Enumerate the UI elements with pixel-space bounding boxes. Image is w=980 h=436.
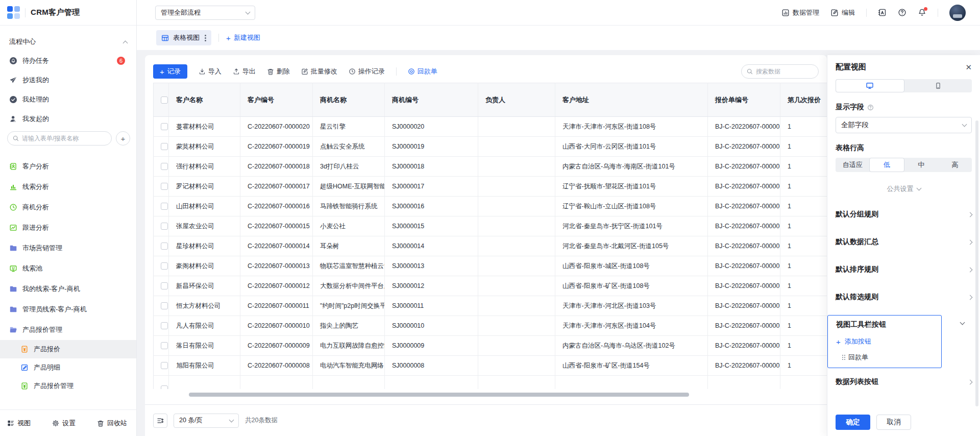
form-search-input[interactable]: 请输入表单/报表名称 xyxy=(7,131,112,146)
new-view-button[interactable]: + 新建视图 xyxy=(226,33,260,42)
sidebar-item-product-quote-mgmt[interactable]: 产品报价管理 xyxy=(0,377,136,395)
row-checkbox[interactable] xyxy=(161,223,168,230)
more-options-icon[interactable] xyxy=(205,35,206,41)
row-checkbox[interactable] xyxy=(161,322,168,329)
sidebar-item-started-by-me[interactable]: 我发起的 xyxy=(0,109,136,129)
panel-section-row[interactable]: 默认分组规则 xyxy=(836,201,972,228)
column-header[interactable]: 负责人 xyxy=(478,83,555,117)
page-size-select[interactable]: 20 条/页 xyxy=(174,414,239,428)
sidebar-item-lead-analysis[interactable]: 线索分析 xyxy=(0,177,136,197)
row-checkbox[interactable] xyxy=(161,262,168,270)
sidebar-item-marketing-management[interactable]: 市场营销管理 xyxy=(0,238,136,258)
row-checkbox[interactable] xyxy=(161,342,168,349)
table-row[interactable]: 旭阳有限公司 C-20220607-0000008 电动汽车智能充电网络 SJ0… xyxy=(154,356,827,376)
panel-section-row[interactable]: 默认筛选规则 xyxy=(836,283,972,311)
column-header[interactable]: 报价单编号 xyxy=(708,83,780,117)
delete-button[interactable]: 删除 xyxy=(267,67,290,76)
row-checkbox[interactable] xyxy=(161,282,168,289)
notifications-button[interactable] xyxy=(918,8,926,17)
confirm-button[interactable]: 确定 xyxy=(836,415,870,430)
column-header[interactable]: 第几次报价 xyxy=(780,83,827,117)
drag-handle-icon[interactable] xyxy=(842,355,843,356)
cancel-button[interactable]: 取消 xyxy=(876,415,911,430)
row-height-adjust-button[interactable] xyxy=(153,414,167,428)
row-checkbox[interactable] xyxy=(161,362,168,369)
batch-edit-button[interactable]: 批量修改 xyxy=(301,67,337,76)
payment-receipt-button[interactable]: 回款单 xyxy=(408,67,437,76)
footer-views-button[interactable]: 视图 xyxy=(7,419,31,428)
display-fields-select[interactable]: 全部字段 xyxy=(836,117,972,133)
sidebar-item-todo-tasks[interactable]: 待办任务 6 xyxy=(0,51,136,70)
sidebar-item-my-leads[interactable]: 我的线索-客户-商机 xyxy=(0,279,136,299)
horizontal-scrollbar-thumb[interactable] xyxy=(189,393,689,397)
table-row[interactable]: 恒太方材料公司 C-20220607-0000011 "约时间"p2p时间交换平… xyxy=(154,296,827,316)
sidebar-section-process-center[interactable]: 流程中心 xyxy=(0,33,136,51)
row-checkbox[interactable] xyxy=(161,203,168,210)
sidebar-item-product-quote[interactable]: 产品报价 xyxy=(0,340,136,358)
row-checkbox[interactable] xyxy=(161,163,168,170)
help-button[interactable] xyxy=(898,8,906,17)
close-icon[interactable]: ✕ xyxy=(965,63,972,71)
tab-table-view[interactable]: 表格视图 xyxy=(156,30,211,45)
operation-history-button[interactable]: 操作记录 xyxy=(349,67,385,76)
mobile-toggle-button[interactable] xyxy=(904,79,972,92)
column-header[interactable]: 客户地址 xyxy=(555,83,708,117)
sidebar-item-opportunity-analysis[interactable]: 商机分析 xyxy=(0,197,136,217)
export-button[interactable]: 导出 xyxy=(233,67,256,76)
column-header[interactable]: 商机名称 xyxy=(313,83,385,117)
add-form-button[interactable]: + xyxy=(116,131,130,146)
sidebar-item-handled-by-me[interactable]: 我处理的 xyxy=(0,90,136,109)
edit-button[interactable]: 编辑 xyxy=(830,8,855,17)
panel-section-row[interactable]: 默认数据汇总 xyxy=(836,228,972,256)
table-row[interactable]: 蔓霍材料公司 C-20220607-0000020 星云引擎 SJ0000020… xyxy=(154,117,827,137)
row-height-option-high[interactable]: 高 xyxy=(938,158,972,172)
desktop-toggle-button[interactable] xyxy=(836,79,904,92)
row-height-option-auto[interactable]: 自适应 xyxy=(836,158,869,172)
panel-section-row[interactable]: 默认排序规则 xyxy=(836,256,972,283)
sidebar-item-product-detail[interactable]: 产品明细 xyxy=(0,358,136,377)
row-checkbox[interactable] xyxy=(161,143,168,150)
row-height-option-low[interactable]: 低 xyxy=(869,158,904,172)
chevron-down-icon[interactable] xyxy=(960,320,965,325)
data-list-buttons-section[interactable]: 数据列表按钮 xyxy=(836,368,972,396)
table-row[interactable]: 强行材料公司 C-20220607-0000018 3d打印八桂云 SJ0000… xyxy=(154,157,827,177)
sidebar-item-customer-analysis[interactable]: 客户分析 xyxy=(0,156,136,177)
table-row[interactable]: 罗记材料公司 C-20220607-0000017 超级HOME-互联网智能 S… xyxy=(154,177,827,197)
sidebar-item-lead-pool[interactable]: 线索池 xyxy=(0,258,136,279)
table-row[interactable]: 山田材料公司 C-20220607-0000016 马蹄铁智能骑行系统 SJ00… xyxy=(154,197,827,216)
footer-settings-button[interactable]: 设置 xyxy=(52,419,76,428)
table-row[interactable]: 星珍材料公司 C-20220607-0000014 耳朵树 SJ0000014 … xyxy=(154,236,827,256)
row-height-option-medium[interactable]: 中 xyxy=(904,158,938,172)
column-header[interactable]: 商机编号 xyxy=(385,83,478,117)
sidebar-item-followup-analysis[interactable]: 跟进分析 xyxy=(0,217,136,238)
add-record-button[interactable]: + 记录 xyxy=(153,64,187,79)
table-row[interactable]: 蒙莫材料公司 C-20220607-0000019 点触云安全系统 SJ0000… xyxy=(154,137,827,157)
table-row[interactable]: 张屋农业公司 C-20220607-0000015 小麦公社 SJ0000015… xyxy=(154,216,827,236)
row-checkbox[interactable] xyxy=(161,385,168,389)
question-circle-icon[interactable] xyxy=(867,104,874,111)
table-search-input[interactable]: 搜索数据 xyxy=(741,64,819,79)
import-button[interactable]: 导入 xyxy=(199,67,222,76)
row-checkbox[interactable] xyxy=(161,183,168,190)
column-header[interactable]: 客户名称 xyxy=(169,83,240,117)
table-row[interactable]: 凡人有限公司 C-20220607-0000010 指尖上的陶艺 SJ00000… xyxy=(154,316,827,336)
column-header[interactable]: 客户编号 xyxy=(240,83,313,117)
user-avatar[interactable] xyxy=(949,5,966,21)
common-settings-toggle[interactable]: 公共设置 xyxy=(836,184,972,193)
row-checkbox[interactable] xyxy=(161,243,168,250)
sidebar-item-cc-to-me[interactable]: 抄送我的 xyxy=(0,70,136,90)
table-row[interactable]: 豪阁材料公司 C-20220607-0000013 物联芯温室智慧种植云管 SJ… xyxy=(154,256,827,276)
flow-scope-select[interactable]: 管理全部流程 xyxy=(155,6,255,20)
panel-scrollbar-thumb[interactable] xyxy=(975,120,978,406)
add-toolbar-button[interactable]: + 添加按钮 xyxy=(836,337,941,346)
select-all-checkbox[interactable] xyxy=(161,96,168,104)
row-checkbox[interactable] xyxy=(161,123,168,130)
contacts-recognize-button[interactable] xyxy=(878,8,887,17)
table-row[interactable]: 新昌环保公司 C-20220607-0000012 大数据分析中间件平台及 SJ… xyxy=(154,276,827,296)
sidebar-item-product-quote-management[interactable]: 产品报价管理 xyxy=(0,320,136,340)
row-checkbox[interactable] xyxy=(161,302,168,309)
table-row[interactable]: 落日有限公司 C-20220607-0000009 电力互联网故障自愈控制 SJ… xyxy=(154,336,827,356)
toolbar-button-item[interactable]: 回款单 xyxy=(836,353,941,362)
sidebar-item-admin-leads[interactable]: 管理员线索-客户-商机 xyxy=(0,299,136,320)
data-manage-button[interactable]: 数据管理 xyxy=(781,8,819,17)
